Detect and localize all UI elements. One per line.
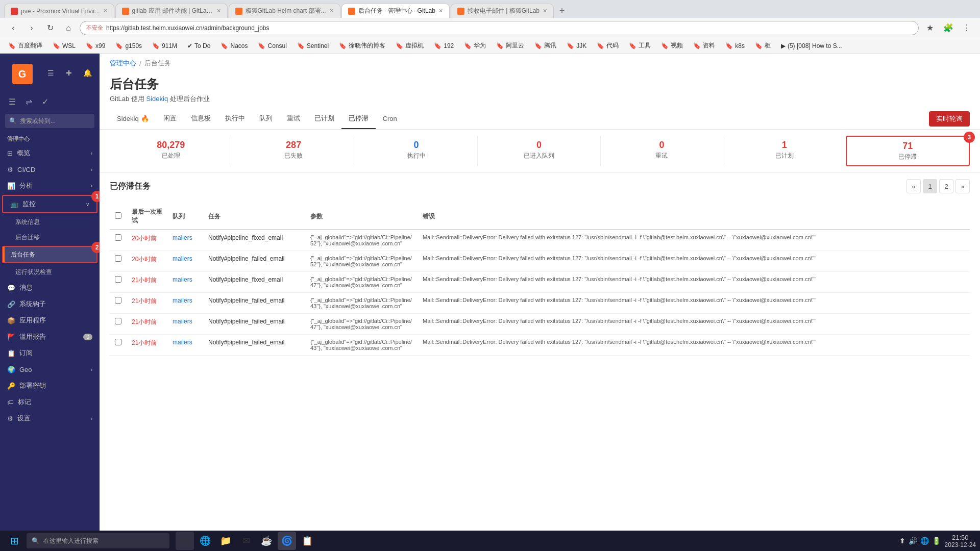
taskbar-app-explorer[interactable]: 📁 xyxy=(216,532,235,550)
bookmark-huawei[interactable]: 🔖华为 xyxy=(460,40,490,52)
browser-menu[interactable]: ⋮ xyxy=(960,21,974,35)
row-check-4[interactable] xyxy=(115,318,121,324)
sidebar-item-monitoring[interactable]: 📺 监控 ∨ xyxy=(3,196,96,212)
home-button[interactable]: ⌂ xyxy=(61,21,76,35)
time-link-4[interactable]: 21小时前 xyxy=(132,318,157,325)
bookmark-tools[interactable]: 🔖工具 xyxy=(625,40,655,52)
tab-close-3[interactable]: ✕ xyxy=(329,8,334,14)
stat-running[interactable]: 0 执行中 xyxy=(355,136,477,166)
tab-dead[interactable]: 已停滞 xyxy=(341,109,376,129)
sidebar-item-hooks[interactable]: 🔗 系统钩子 xyxy=(0,296,100,312)
browser-tab-1[interactable]: pve - Proxmox Virtual Envir... ✕ xyxy=(4,4,114,18)
browser-tab-3[interactable]: 极狐GitLab Helm chart 部署... ✕ xyxy=(229,4,340,18)
stat-scheduled[interactable]: 1 已计划 xyxy=(723,136,845,166)
new-tab-button[interactable]: + xyxy=(555,4,569,18)
bookmark-g150s[interactable]: 🔖g150s xyxy=(111,40,146,52)
tab-sidekiq[interactable]: Sidekiq 🔥 xyxy=(110,109,156,129)
bookmark-button[interactable]: ★ xyxy=(923,21,937,35)
bookmark-material[interactable]: 🔖资料 xyxy=(689,40,719,52)
time-link-1[interactable]: 20小时前 xyxy=(132,256,157,263)
queue-link-0[interactable]: mailers xyxy=(173,234,192,241)
row-check-5[interactable] xyxy=(115,339,121,345)
select-all-checkbox[interactable] xyxy=(115,212,121,219)
realtime-button[interactable]: 实时轮询 xyxy=(929,111,970,127)
page-next[interactable]: » xyxy=(955,179,970,193)
tab-queues[interactable]: 队列 xyxy=(252,109,280,129)
taskbar-app-5[interactable]: 📋 xyxy=(298,532,316,550)
bookmark-yt[interactable]: ▶(5) [008] How to S... xyxy=(777,40,846,52)
bookmark-aliyun[interactable]: 🔖阿里云 xyxy=(492,40,528,52)
bookmark-baidu[interactable]: 🔖百度翻译 xyxy=(4,40,46,52)
stat-processed[interactable]: 80,279 已处理 xyxy=(110,136,232,166)
extensions-button[interactable]: 🧩 xyxy=(941,21,955,35)
create-button[interactable]: ✚ xyxy=(62,66,76,80)
tab-retries[interactable]: 重试 xyxy=(280,109,307,129)
tray-icon-1[interactable]: ⬆ xyxy=(899,537,905,545)
queue-link-3[interactable]: mailers xyxy=(173,297,192,304)
taskbar-app-java[interactable]: ☕ xyxy=(257,532,276,550)
sidebar-item-subscriptions[interactable]: 📋 订阅 xyxy=(0,345,100,361)
queue-link-5[interactable]: mailers xyxy=(173,339,192,346)
bookmark-vm[interactable]: 🔖虚拟机 xyxy=(391,40,428,52)
bookmark-k8s[interactable]: 🔖k8s xyxy=(721,40,749,52)
tab-idle[interactable]: 闲置 xyxy=(156,109,184,129)
sidebar-subitem-run-check[interactable]: 运行状况检查 xyxy=(0,264,100,280)
time-link-3[interactable]: 21小时前 xyxy=(132,297,157,305)
sidebar-item-geo[interactable]: 🌍 Geo › xyxy=(0,361,100,378)
sidebar-toggle[interactable]: ☰ xyxy=(43,66,58,80)
sidebar-item-apps[interactable]: 📦 应用程序 xyxy=(0,312,100,329)
tab-cron[interactable]: Cron xyxy=(376,109,404,129)
bookmark-192[interactable]: 🔖192 xyxy=(430,40,458,52)
time-link-0[interactable]: 20小时前 xyxy=(132,235,157,242)
bookmark-x99[interactable]: 🔖x99 xyxy=(82,40,109,52)
queue-link-1[interactable]: mailers xyxy=(173,255,192,262)
sidekiq-link[interactable]: Sidekiq xyxy=(146,95,168,103)
bookmark-wsl[interactable]: 🔖WSL xyxy=(48,40,80,52)
tab-dashboard[interactable]: 信息板 xyxy=(184,109,218,129)
page-2[interactable]: 2 xyxy=(939,179,953,193)
tab-running[interactable]: 执行中 xyxy=(218,109,252,129)
sidebar-search[interactable]: 🔍 搜索或转到... xyxy=(5,114,94,128)
bookmark-911m[interactable]: 🔖911M xyxy=(148,40,181,52)
bookmark-consul[interactable]: 🔖Consul xyxy=(254,40,290,52)
sidebar-item-settings[interactable]: ⚙ 设置 › xyxy=(0,410,100,427)
sidebar-item-abuse[interactable]: 🚩 滥用报告 0 xyxy=(0,329,100,345)
sidebar-item-analytics[interactable]: 📊 分析 › xyxy=(0,178,100,194)
queue-link-2[interactable]: mailers xyxy=(173,276,192,283)
bookmark-tencent[interactable]: 🔖腾讯 xyxy=(530,40,560,52)
bookmark-todo[interactable]: ✔To Do xyxy=(183,40,214,52)
bookmark-cabinet[interactable]: 🔖柜 xyxy=(751,40,775,52)
time-link-5[interactable]: 21小时前 xyxy=(132,339,157,346)
sidebar-subitem-sysinfo[interactable]: 系统信息 xyxy=(0,214,100,230)
stat-dead[interactable]: 71 已停滞 3 xyxy=(846,136,970,166)
bookmark-sentinel[interactable]: 🔖Sentinel xyxy=(293,40,333,52)
sidebar-item-deploy-keys[interactable]: 🔑 部署密钥 xyxy=(0,378,100,394)
bookmark-video[interactable]: 🔖视频 xyxy=(657,40,687,52)
browser-tab-4[interactable]: 后台任务 · 管理中心 · GitLab ✕ xyxy=(341,4,450,18)
gitlab-logo[interactable]: G xyxy=(12,64,33,84)
bookmark-jjk[interactable]: 🔖JJK xyxy=(562,40,591,52)
page-1[interactable]: 1 xyxy=(923,179,937,193)
tray-icon-battery[interactable]: 🔋 xyxy=(932,537,941,545)
taskbar-app-1[interactable]: 🗂 xyxy=(176,532,194,550)
tab-close-2[interactable]: ✕ xyxy=(216,8,221,14)
bookmark-nacos[interactable]: 🔖Nacos xyxy=(216,40,252,52)
merge-requests-icon[interactable]: ⇌ xyxy=(21,94,36,109)
sidebar-item-labels[interactable]: 🏷 标记 xyxy=(0,394,100,410)
time-link-2[interactable]: 21小时前 xyxy=(132,277,157,284)
row-check-0[interactable] xyxy=(115,234,121,241)
activity-button[interactable]: 🔔 xyxy=(80,66,94,80)
page-prev[interactable]: « xyxy=(906,179,921,193)
queue-link-4[interactable]: mailers xyxy=(173,318,192,325)
row-check-3[interactable] xyxy=(115,297,121,304)
stat-failed[interactable]: 287 已失败 xyxy=(232,136,354,166)
taskbar-app-chrome[interactable]: 🌀 xyxy=(278,532,296,550)
row-check-1[interactable] xyxy=(115,255,121,262)
browser-tab-5[interactable]: 接收电子邮件 | 极狐GitLab ✕ xyxy=(451,4,554,18)
tab-close-1[interactable]: ✕ xyxy=(103,8,108,14)
tab-close-4[interactable]: ✕ xyxy=(438,8,443,14)
breadcrumb-root[interactable]: 管理中心 xyxy=(110,59,136,68)
tab-scheduled[interactable]: 已计划 xyxy=(307,109,341,129)
bookmark-code[interactable]: 🔖代码 xyxy=(593,40,623,52)
sidebar-subitem-background-jobs[interactable]: 后台任务 xyxy=(3,247,96,262)
